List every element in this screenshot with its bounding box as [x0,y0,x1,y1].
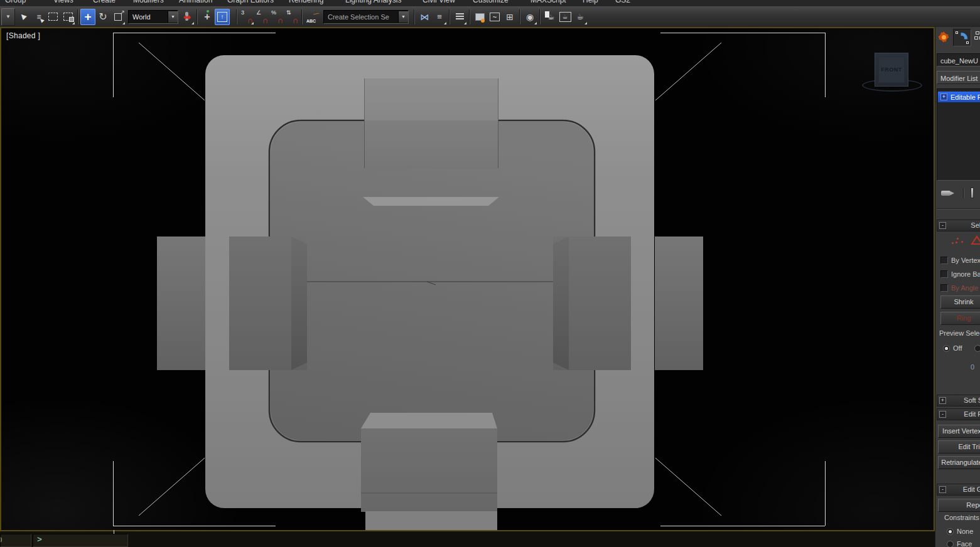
selection-info-text: 0 [971,363,974,371]
repeat-last-button[interactable]: Repeat Last [938,499,980,512]
model-front-view[interactable] [157,55,703,530]
edge-subobject-button[interactable] [971,235,980,245]
chevron-down-icon[interactable]: ▼ [168,11,178,23]
select-move-button[interactable]: + [80,9,95,25]
collapse-minus-icon[interactable]: - [939,222,946,229]
named-selection-sets-button[interactable]: ABC ∕ [304,9,320,25]
modifier-list-dropdown[interactable]: Modifier List [937,71,980,84]
edit-geometry-rollout-header[interactable]: - Edit Geometry [937,484,980,496]
menu-modifiers[interactable]: Modifiers [133,0,164,4]
viewcube-front-face[interactable]: FRONT [878,56,905,83]
ring-button[interactable]: Ring [940,312,980,325]
rendered-frame-window-button[interactable]: ☕ [557,9,573,25]
select-rotate-button[interactable]: ↻ [95,9,110,25]
hierarchy-tab[interactable] [974,31,980,43]
maxscript-mini-listener[interactable]: > [33,534,128,547]
collapse-minus-icon[interactable]: - [939,486,946,493]
listener-partial-glyph: 0 [0,535,2,544]
selection-set-dropdown[interactable]: Create Selection Se ▼ [323,10,409,24]
menu-graph-editors[interactable]: Graph Editors [227,0,274,4]
toolbar-flyout-button[interactable]: ▼ [1,8,15,26]
menu-rendering[interactable]: Rendering [289,0,323,4]
edit-polygons-rollout-header[interactable]: - Edit Polygons [937,408,980,420]
hierarchy-icon [974,36,978,40]
select-object-button[interactable]: ▶ [15,9,30,25]
percent-snap-button[interactable]: % ∩ [269,9,284,25]
magnet-icon: ∩ [293,18,298,24]
window-crossing-button[interactable] [60,9,75,25]
viewcube[interactable]: FRONT [875,53,908,87]
use-pivot-center-button[interactable]: ◆◆ [180,9,195,25]
object-name-field[interactable]: cube_NewU [937,53,980,66]
model-inner-panel [271,122,593,440]
modifier-stack-list[interactable]: + Editable Poly [937,88,980,181]
keyboard-override-button[interactable]: ↑ [215,9,230,25]
render-production-button[interactable]: ☕ [573,9,588,25]
collapse-minus-icon[interactable]: - [939,411,946,418]
toolbar-separator [77,9,78,24]
soft-selection-rollout-header[interactable]: + Soft Selection [937,395,980,406]
create-tab[interactable] [937,31,951,45]
render-setup-button[interactable] [472,9,487,25]
schematic-view-button[interactable]: ⊞ [502,9,517,25]
menu-maxscript[interactable]: MAXScript [530,0,566,4]
select-scale-button[interactable]: ↗ [110,9,126,25]
expand-plus-icon[interactable]: + [940,93,947,100]
layer-manager-button[interactable] [452,9,467,25]
select-manipulate-button[interactable]: + [200,9,215,25]
preview-off-radio[interactable]: Off [943,342,962,353]
shrink-button[interactable]: Shrink [940,295,980,309]
ignore-backfacing-label: Ignore Backfacing [951,270,980,278]
stack-toolbar [935,186,980,201]
expand-plus-icon[interactable]: + [939,397,946,404]
align-icon: ≡ [437,12,442,21]
menu-help[interactable]: Help [583,0,598,4]
menu-civil-view[interactable]: Civil View [423,0,455,4]
align-button[interactable]: ≡ [432,9,447,25]
magnet-icon: ∩ [247,18,253,24]
insert-vertex-button[interactable]: Insert Vertex [938,425,980,438]
preview-selection-label: Preview Selection [939,329,980,337]
pin-stack-button[interactable] [941,191,950,196]
mirror-button[interactable]: ⋈ [417,9,432,25]
rollout-title: Edit Polygons [964,410,980,418]
edit-triangulation-button[interactable]: Edit Triangulation [938,440,980,454]
select-by-name-button[interactable]: ≡ ▶ [30,9,45,25]
menu-animation[interactable]: Animation [179,0,212,4]
by-vertex-checkbox[interactable]: By Vertex [940,254,980,265]
scene-canvas[interactable] [1,28,934,530]
radio-icon [943,345,950,352]
coordinate-system-dropdown[interactable]: World ▼ [128,10,178,24]
selection-rollout-header[interactable]: - Selection [937,220,980,231]
maxscript-macro-field[interactable]: 0 [0,534,31,547]
material-editor-button[interactable]: ◉ [522,9,537,25]
vertex-subobject-button[interactable] [949,236,964,247]
constraint-face-radio[interactable]: Face [947,538,972,547]
constraint-none-radio[interactable]: None [947,525,973,536]
curve-editor-button[interactable]: ~ [487,9,502,25]
menu-lighting-analysis[interactable]: Lighting Analysis [345,0,401,4]
spinner-snap-button[interactable]: ⇅ ∩ [284,9,299,25]
teapot-icon: ☕ [548,13,555,21]
menu-customize[interactable]: Customize [473,0,509,4]
by-angle-checkbox[interactable]: By Angle [940,282,978,293]
viewport-front[interactable]: [Shaded ] [0,27,935,531]
chevron-down-icon[interactable]: ▼ [398,11,408,23]
angle-snap-button[interactable]: ∠ ∩ [254,9,269,25]
show-end-result-button[interactable] [971,188,974,198]
preview-off-label: Off [953,344,962,352]
stack-item-editable-poly[interactable]: + Editable Poly [938,92,980,102]
modify-arc-handle [966,41,969,44]
render-setup-dialog-button[interactable]: ☕ [542,9,557,25]
ignore-backfacing-checkbox[interactable]: Ignore Backfacing [940,268,980,279]
preview-subobj-radio[interactable] [974,342,980,353]
menu-views[interactable]: Views [53,0,73,4]
modify-tab[interactable] [953,29,971,46]
rectangular-selection-button[interactable] [45,9,60,25]
menu-gs2[interactable]: GS2 [615,0,630,4]
menu-group[interactable]: Group [5,0,26,4]
retriangulate-button[interactable]: Retriangulate [938,456,980,469]
pencil-icon: ∕ [313,11,320,17]
snaps-toggle-button[interactable]: 3 ∩ [239,9,254,25]
menu-create[interactable]: Create [93,0,116,4]
